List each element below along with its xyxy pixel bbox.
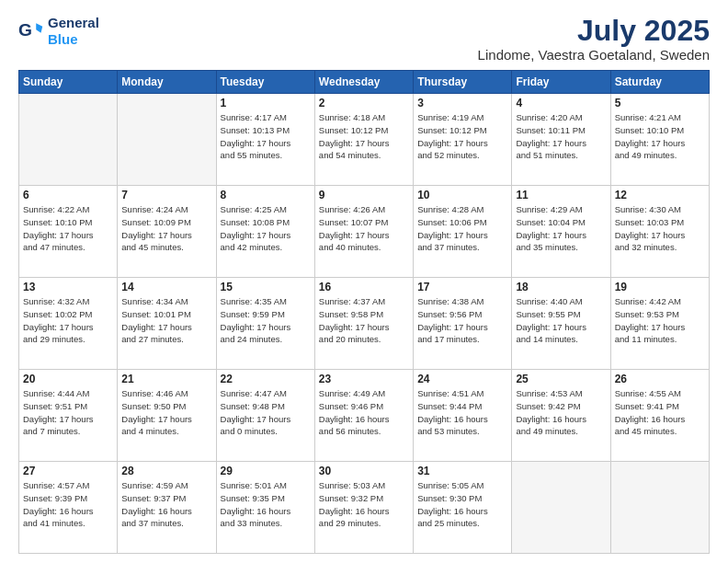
day-info: Sunrise: 4:53 AM Sunset: 9:42 PM Dayligh… <box>516 387 606 438</box>
day-info: Sunrise: 4:55 AM Sunset: 9:41 PM Dayligh… <box>615 387 705 438</box>
calendar-cell: 3Sunrise: 4:19 AM Sunset: 10:12 PM Dayli… <box>414 94 512 186</box>
day-info: Sunrise: 4:24 AM Sunset: 10:09 PM Daylig… <box>121 203 211 254</box>
day-info: Sunrise: 4:18 AM Sunset: 10:12 PM Daylig… <box>319 111 409 162</box>
day-number: 10 <box>417 189 507 201</box>
day-number: 3 <box>417 97 507 109</box>
calendar-cell: 21Sunrise: 4:46 AM Sunset: 9:50 PM Dayli… <box>118 370 216 462</box>
day-number: 7 <box>121 189 211 201</box>
day-number: 22 <box>221 373 311 385</box>
calendar-header-row: SundayMondayTuesdayWednesdayThursdayFrid… <box>19 71 710 94</box>
calendar-cell: 6Sunrise: 4:22 AM Sunset: 10:10 PM Dayli… <box>19 186 118 278</box>
day-info: Sunrise: 4:29 AM Sunset: 10:04 PM Daylig… <box>516 203 606 254</box>
day-number: 13 <box>23 281 113 293</box>
day-info: Sunrise: 4:51 AM Sunset: 9:44 PM Dayligh… <box>417 387 507 438</box>
day-info: Sunrise: 4:25 AM Sunset: 10:08 PM Daylig… <box>221 203 311 254</box>
day-number: 23 <box>319 373 409 385</box>
day-info: Sunrise: 4:44 AM Sunset: 9:51 PM Dayligh… <box>23 387 113 438</box>
calendar-table: SundayMondayTuesdayWednesdayThursdayFrid… <box>18 70 710 554</box>
calendar-cell: 8Sunrise: 4:25 AM Sunset: 10:08 PM Dayli… <box>216 186 314 278</box>
subtitle: Lindome, Vaestra Goetaland, Sweden <box>478 47 710 63</box>
day-info: Sunrise: 4:21 AM Sunset: 10:10 PM Daylig… <box>615 111 705 162</box>
day-info: Sunrise: 4:49 AM Sunset: 9:46 PM Dayligh… <box>319 387 409 438</box>
day-info: Sunrise: 4:57 AM Sunset: 9:39 PM Dayligh… <box>23 479 113 530</box>
page-header: G General Blue July 2025 Lindome, Vaestr… <box>18 15 710 63</box>
day-number: 27 <box>23 465 113 477</box>
day-info: Sunrise: 5:01 AM Sunset: 9:35 PM Dayligh… <box>221 479 311 530</box>
day-number: 9 <box>319 189 409 201</box>
calendar-cell <box>512 462 610 554</box>
calendar-cell: 1Sunrise: 4:17 AM Sunset: 10:13 PM Dayli… <box>216 94 314 186</box>
day-number: 24 <box>417 373 507 385</box>
day-number: 5 <box>615 97 705 109</box>
day-info: Sunrise: 4:35 AM Sunset: 9:59 PM Dayligh… <box>221 295 311 346</box>
day-number: 16 <box>319 281 409 293</box>
calendar-cell: 19Sunrise: 4:42 AM Sunset: 9:53 PM Dayli… <box>610 278 709 370</box>
calendar-cell: 18Sunrise: 4:40 AM Sunset: 9:55 PM Dayli… <box>512 278 610 370</box>
calendar-cell: 4Sunrise: 4:20 AM Sunset: 10:11 PM Dayli… <box>512 94 610 186</box>
day-number: 25 <box>516 373 606 385</box>
day-info: Sunrise: 4:26 AM Sunset: 10:07 PM Daylig… <box>319 203 409 254</box>
day-number: 19 <box>615 281 705 293</box>
svg-text:G: G <box>18 20 32 40</box>
day-number: 2 <box>319 97 409 109</box>
day-info: Sunrise: 4:40 AM Sunset: 9:55 PM Dayligh… <box>516 295 606 346</box>
day-info: Sunrise: 4:42 AM Sunset: 9:53 PM Dayligh… <box>615 295 705 346</box>
day-info: Sunrise: 4:17 AM Sunset: 10:13 PM Daylig… <box>221 111 311 162</box>
day-number: 31 <box>417 465 507 477</box>
weekday-header: Monday <box>118 71 216 94</box>
calendar-cell: 22Sunrise: 4:47 AM Sunset: 9:48 PM Dayli… <box>216 370 314 462</box>
calendar-cell: 2Sunrise: 4:18 AM Sunset: 10:12 PM Dayli… <box>314 94 413 186</box>
day-number: 20 <box>23 373 113 385</box>
calendar-week-row: 13Sunrise: 4:32 AM Sunset: 10:02 PM Dayl… <box>19 278 710 370</box>
calendar-cell: 12Sunrise: 4:30 AM Sunset: 10:03 PM Dayl… <box>610 186 709 278</box>
svg-marker-1 <box>36 23 42 33</box>
day-info: Sunrise: 4:30 AM Sunset: 10:03 PM Daylig… <box>615 203 705 254</box>
calendar-cell <box>19 94 118 186</box>
main-title: July 2025 <box>478 15 710 47</box>
day-number: 26 <box>615 373 705 385</box>
day-number: 8 <box>221 189 311 201</box>
day-info: Sunrise: 4:34 AM Sunset: 10:01 PM Daylig… <box>121 295 211 346</box>
calendar-cell: 10Sunrise: 4:28 AM Sunset: 10:06 PM Dayl… <box>414 186 512 278</box>
day-info: Sunrise: 5:05 AM Sunset: 9:30 PM Dayligh… <box>417 479 507 530</box>
logo-icon: G <box>18 18 44 44</box>
weekday-header: Friday <box>512 71 610 94</box>
calendar-cell: 23Sunrise: 4:49 AM Sunset: 9:46 PM Dayli… <box>314 370 413 462</box>
calendar-week-row: 20Sunrise: 4:44 AM Sunset: 9:51 PM Dayli… <box>19 370 710 462</box>
day-info: Sunrise: 4:22 AM Sunset: 10:10 PM Daylig… <box>23 203 113 254</box>
calendar-cell: 24Sunrise: 4:51 AM Sunset: 9:44 PM Dayli… <box>414 370 512 462</box>
calendar-cell: 7Sunrise: 4:24 AM Sunset: 10:09 PM Dayli… <box>118 186 216 278</box>
day-info: Sunrise: 5:03 AM Sunset: 9:32 PM Dayligh… <box>319 479 409 530</box>
calendar-cell: 31Sunrise: 5:05 AM Sunset: 9:30 PM Dayli… <box>414 462 512 554</box>
calendar-cell <box>118 94 216 186</box>
day-info: Sunrise: 4:19 AM Sunset: 10:12 PM Daylig… <box>417 111 507 162</box>
calendar-week-row: 6Sunrise: 4:22 AM Sunset: 10:10 PM Dayli… <box>19 186 710 278</box>
day-number: 29 <box>221 465 311 477</box>
calendar-cell: 28Sunrise: 4:59 AM Sunset: 9:37 PM Dayli… <box>118 462 216 554</box>
calendar-cell: 30Sunrise: 5:03 AM Sunset: 9:32 PM Dayli… <box>314 462 413 554</box>
day-number: 15 <box>221 281 311 293</box>
day-number: 12 <box>615 189 705 201</box>
calendar-week-row: 27Sunrise: 4:57 AM Sunset: 9:39 PM Dayli… <box>19 462 710 554</box>
day-info: Sunrise: 4:38 AM Sunset: 9:56 PM Dayligh… <box>417 295 507 346</box>
day-number: 11 <box>516 189 606 201</box>
logo-text: General Blue <box>48 15 99 48</box>
calendar-cell: 5Sunrise: 4:21 AM Sunset: 10:10 PM Dayli… <box>610 94 709 186</box>
calendar-week-row: 1Sunrise: 4:17 AM Sunset: 10:13 PM Dayli… <box>19 94 710 186</box>
weekday-header: Thursday <box>414 71 512 94</box>
day-number: 14 <box>121 281 211 293</box>
day-number: 21 <box>121 373 211 385</box>
day-info: Sunrise: 4:59 AM Sunset: 9:37 PM Dayligh… <box>121 479 211 530</box>
weekday-header: Sunday <box>19 71 118 94</box>
title-block: July 2025 Lindome, Vaestra Goetaland, Sw… <box>478 15 710 63</box>
calendar-cell: 13Sunrise: 4:32 AM Sunset: 10:02 PM Dayl… <box>19 278 118 370</box>
day-info: Sunrise: 4:46 AM Sunset: 9:50 PM Dayligh… <box>121 387 211 438</box>
calendar-cell: 20Sunrise: 4:44 AM Sunset: 9:51 PM Dayli… <box>19 370 118 462</box>
calendar-cell: 17Sunrise: 4:38 AM Sunset: 9:56 PM Dayli… <box>414 278 512 370</box>
calendar-cell: 26Sunrise: 4:55 AM Sunset: 9:41 PM Dayli… <box>610 370 709 462</box>
day-info: Sunrise: 4:37 AM Sunset: 9:58 PM Dayligh… <box>319 295 409 346</box>
calendar-cell: 15Sunrise: 4:35 AM Sunset: 9:59 PM Dayli… <box>216 278 314 370</box>
day-number: 17 <box>417 281 507 293</box>
calendar-cell: 11Sunrise: 4:29 AM Sunset: 10:04 PM Dayl… <box>512 186 610 278</box>
logo: G General Blue <box>18 15 99 48</box>
